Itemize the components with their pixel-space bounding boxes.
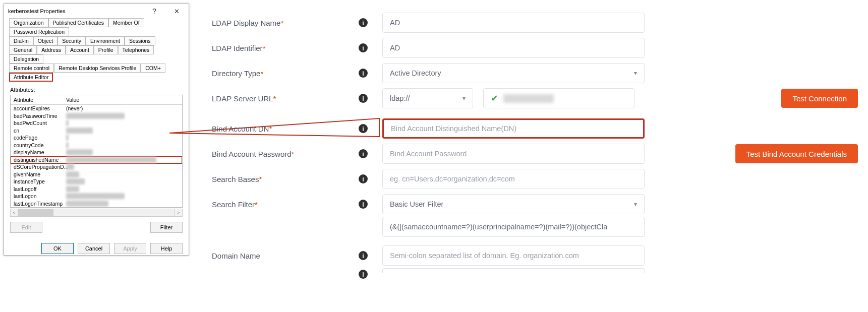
attr-value: xxx [66,163,179,171]
info-icon[interactable]: i [357,268,369,280]
input-server-ip[interactable]: ✔ 00.000.000.00 [483,88,634,108]
tab-password-replication[interactable]: Password Replication [9,27,69,36]
scroll-track[interactable] [18,209,175,217]
tab-environment[interactable]: Environment [86,36,125,45]
info-icon[interactable]: i [357,122,369,135]
input-bind-password[interactable]: Bind Account Password [382,144,645,164]
attr-name: lastLogon [14,193,66,200]
tab-address[interactable]: Address [37,45,66,54]
svg-text:i: i [362,95,364,102]
filter-expression[interactable]: (&(|(samaccountname=?)(userprincipalname… [382,217,645,237]
attr-row-cn[interactable]: cnxxxxxxxxxx [11,127,182,135]
apply-button[interactable]: Apply [114,243,146,254]
select-search-filter[interactable]: Basic User Filter ▾ [382,194,645,214]
attr-name: displayName [14,149,66,156]
titlebar[interactable]: kerberostest Properties ? ✕ [4,4,189,18]
tab-remote-control[interactable]: Remote control [9,64,54,73]
attr-value: xxxxxxx [66,178,179,185]
close-icon[interactable]: ✕ [165,4,188,18]
input-ldap-display-name[interactable]: AD [382,13,645,33]
tab-attribute-editor[interactable]: Attribute Editor [9,73,53,82]
tab-security[interactable]: Security [57,36,86,45]
info-icon[interactable]: i [357,17,369,29]
info-icon[interactable]: i [357,173,369,185]
dialog-title: kerberostest Properties [8,8,143,14]
attr-row-lastLogonTimestamp[interactable]: lastLogonTimestampxxxxxxxxxxxxxxxx [11,200,182,208]
tab-sessions[interactable]: Sessions [125,36,155,45]
filter-button[interactable]: Filter [150,222,183,233]
attr-row-codePage[interactable]: codePagex [11,134,182,142]
attr-row-givenName[interactable]: givenNamexxxxx [11,171,182,178]
input-domain-name[interactable]: Semi-colon separated list of domain. Eg.… [382,245,645,266]
tab-published-certificates[interactable]: Published Certificates [48,18,109,27]
select-value: Basic User Filter [390,200,443,208]
cancel-button[interactable]: Cancel [78,243,110,254]
select-directory-type[interactable]: Active Directory ▾ [382,63,645,83]
attr-row-countryCode[interactable]: countryCodex [11,142,182,149]
horizontal-scrollbar[interactable]: < > [10,209,183,217]
properties-dialog: kerberostest Properties ? ✕ Organization… [4,4,189,256]
select-protocol[interactable]: ldap:// ▾ [382,88,473,108]
attr-value: xxxxx [66,171,179,178]
input-search-bases[interactable]: eg. cn=Users,dc=organization,dc=com [382,169,645,189]
scroll-right-icon[interactable]: > [175,209,183,217]
tabstrip: Organization Published Certificates Memb… [4,18,189,85]
col-value: Value [66,97,182,103]
tab-object[interactable]: Object [33,36,57,45]
attr-name: givenName [14,171,66,178]
help-button[interactable]: Help [150,243,183,254]
tab-telephones[interactable]: Telephones [118,45,154,54]
attr-row-lastLogoff[interactable]: lastLogoffxxxxx [11,185,182,193]
attr-name: dSCorePropagationD... [14,163,66,171]
tab-delegation[interactable]: Delegation [9,54,43,64]
attr-value: x [66,134,179,142]
ok-button[interactable]: OK [41,243,74,254]
scroll-thumb[interactable] [18,209,53,216]
label-ldap-server-url: LDAP Server URL* [211,94,357,103]
info-icon[interactable]: i [357,92,369,104]
attr-row-badPwdCount[interactable]: badPwdCountx [11,119,182,127]
test-connection-button[interactable]: Test Connection [781,89,858,108]
attr-row-instanceType[interactable]: instanceTypexxxxxxx [11,178,182,185]
tab-rds-profile[interactable]: Remote Desktop Services Profile [54,64,141,73]
attr-value: xxxxxxxxxxxxxxxxxxxxxx [66,112,179,120]
tab-com-plus[interactable]: COM+ [141,64,165,73]
attributes-header: Attribute Value [11,95,182,105]
info-icon[interactable]: i [357,249,369,262]
info-icon[interactable]: i [357,198,369,210]
attr-row-dSCorePropagationD...[interactable]: dSCorePropagationD...xxx [11,163,182,171]
col-attribute: Attribute [14,97,66,103]
tab-account[interactable]: Account [66,45,94,54]
ldap-form: LDAP Display Name* i AD LDAP Identifier*… [211,10,858,283]
tab-organization[interactable]: Organization [9,18,48,27]
label-search-filter: Search Filter* [211,200,357,209]
tab-profile[interactable]: Profile [94,45,118,54]
help-icon[interactable]: ? [143,4,165,18]
attributes-listbox[interactable]: Attribute Value accountExpires(never)bad… [10,95,183,208]
attr-row-accountExpires[interactable]: accountExpires(never) [11,105,182,112]
attr-value: xxxxx [66,185,179,193]
info-icon[interactable]: i [357,148,369,160]
test-bind-button[interactable]: Test Bind Account Credentials [735,144,858,163]
attr-row-badPasswordTime[interactable]: badPasswordTimexxxxxxxxxxxxxxxxxxxxxx [11,112,182,120]
svg-text:i: i [362,201,364,208]
tab-member-of[interactable]: Member Of [108,18,144,27]
chevron-down-icon: ▾ [634,201,637,208]
edit-button[interactable]: Edit [10,222,42,233]
input-bind-dn[interactable]: Bind Account Distinguished Name(DN) [382,118,645,139]
svg-text:i: i [362,70,364,77]
attr-row-displayName[interactable]: displayNamexxxxxxxxxx [11,149,182,156]
input-partial[interactable] [382,268,645,273]
attr-name: badPasswordTime [14,112,66,120]
attr-row-lastLogon[interactable]: lastLogonxxxxxxxxxxxxxxxxxxxxxx [11,193,182,200]
attr-row-distinguishedName[interactable]: distinguishedNamexxxxxxxxxxxxxxxxxxxxxxx… [11,156,182,164]
attr-value: xxxxxxxxxx [66,149,179,156]
tab-general[interactable]: General [9,45,37,54]
info-icon[interactable]: i [357,42,369,54]
tab-dial-in[interactable]: Dial-in [9,36,33,45]
info-icon[interactable]: i [357,67,369,79]
attr-name: cn [14,127,66,135]
input-ldap-identifier[interactable]: AD [382,38,645,58]
scroll-left-icon[interactable]: < [10,209,18,217]
select-value: ldap:// [390,94,410,102]
